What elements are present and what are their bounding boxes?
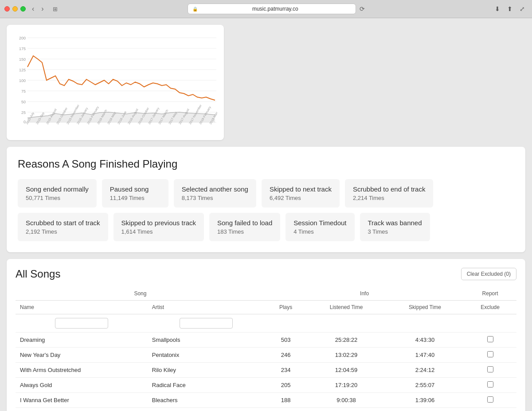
stat-value: 1,614 Times <box>121 228 196 235</box>
col-header-plays: Plays <box>265 301 306 314</box>
stat-label: Song ended normally <box>26 185 89 193</box>
fullscreen-button[interactable] <box>20 6 26 12</box>
song-exclude-cell <box>464 378 516 393</box>
song-listened: 13:02:29 <box>306 348 386 363</box>
browser-chrome: ‹ › ⊞ 🔒 music.patmurray.co ⟳ ⬇ ⬆ ⤢ <box>0 0 532 18</box>
close-button[interactable] <box>4 6 10 12</box>
stat-card-8: Session Timedout 4 Times <box>286 213 354 241</box>
stat-label: Skipped to next track <box>270 185 332 193</box>
traffic-lights <box>4 6 26 12</box>
name-search-input[interactable] <box>55 318 108 329</box>
share-icon[interactable]: ⬆ <box>505 4 515 13</box>
song-name: Always Gold <box>16 378 148 393</box>
song-artist: Rilo Kiley <box>148 363 265 378</box>
songs-section: All Songs Clear Excluded (0) Song Info R… <box>7 259 525 411</box>
song-artist: Pentatonix <box>148 348 265 363</box>
col-header-exclude: Exclude <box>464 301 516 314</box>
stat-value: 11,149 Times <box>110 195 160 201</box>
song-artist: Smallpools <box>148 333 265 348</box>
exclude-checkbox[interactable] <box>487 366 493 372</box>
address-bar-container: 🔒 music.patmurray.co ⟳ <box>64 4 489 14</box>
stat-label: Scrubbed to end of track <box>353 185 425 193</box>
download-icon[interactable]: ⬇ <box>492 4 503 13</box>
exclude-checkbox[interactable] <box>487 336 493 342</box>
stat-card-3: Skipped to next track 6,492 Times <box>262 179 340 207</box>
col-header-artist: Artist <box>148 301 265 314</box>
address-bar[interactable]: 🔒 music.patmurray.co <box>188 4 356 14</box>
table-row: New Year's Day Pentatonix 246 13:02:29 1… <box>16 348 516 363</box>
song-exclude-cell <box>464 348 516 363</box>
song-name: Fix You <box>16 408 148 411</box>
song-artist: Radical Face <box>148 378 265 393</box>
svg-text:100: 100 <box>19 78 26 83</box>
song-exclude-cell <box>464 363 516 378</box>
col-header-name: Name <box>16 301 148 314</box>
svg-text:125: 125 <box>19 68 26 72</box>
stat-value: 8,173 Times <box>182 195 248 201</box>
song-name: New Year's Day <box>16 348 148 363</box>
col-group-report: Report <box>464 287 516 301</box>
stat-label: Paused song <box>110 185 160 193</box>
table-row: I Wanna Get Better Bleachers 188 9:00:38… <box>16 393 516 408</box>
reasons-title: Reasons A Song Finished Playing <box>18 158 514 170</box>
back-button[interactable]: ‹ <box>29 4 37 14</box>
chart-section: 200 175 150 125 100 75 50 25 0 <box>7 25 224 140</box>
stat-value: 183 Times <box>217 228 272 235</box>
song-listened: 17:19:20 <box>306 378 386 393</box>
stat-card-7: Song failed to load 183 Times <box>209 213 280 241</box>
song-name: Dreaming <box>16 333 148 348</box>
song-skipped: 4:43:30 <box>386 333 464 348</box>
song-exclude-cell <box>464 408 516 411</box>
table-row: Always Gold Radical Face 205 17:19:20 2:… <box>16 378 516 393</box>
svg-text:50: 50 <box>21 100 26 104</box>
svg-text:175: 175 <box>19 47 26 51</box>
col-header-listened-time: Listened Time <box>306 301 386 314</box>
stat-label: Scrubbed to start of track <box>26 219 100 227</box>
table-row: Dreaming Smallpools 503 25:28:22 4:43:30 <box>16 333 516 348</box>
song-name: I Wanna Get Better <box>16 393 148 408</box>
table-row: With Arms Outstretched Rilo Kiley 234 12… <box>16 363 516 378</box>
songs-header: All Songs Clear Excluded (0) <box>16 268 516 280</box>
col-header-skipped-time: Skipped Time <box>386 301 464 314</box>
artist-search-input[interactable] <box>180 318 233 329</box>
stats-grid: Song ended normally 50,771 Times Paused … <box>18 179 514 241</box>
song-listened: 25:28:22 <box>306 333 386 348</box>
svg-text:25: 25 <box>21 110 26 115</box>
minimize-button[interactable] <box>12 6 18 12</box>
songs-title: All Songs <box>16 268 60 280</box>
song-plays: 176 <box>265 408 306 411</box>
clear-excluded-button[interactable]: Clear Excluded (0) <box>461 268 516 280</box>
exclude-checkbox[interactable] <box>487 351 493 357</box>
song-listened: 12:04:59 <box>306 363 386 378</box>
stat-value: 4 Times <box>293 228 346 235</box>
sidebar-toggle-button[interactable]: ⊞ <box>50 5 60 13</box>
song-skipped: 3:17:32 <box>386 408 464 411</box>
song-plays: 503 <box>265 333 306 348</box>
stat-label: Session Timedout <box>293 219 346 227</box>
expand-icon[interactable]: ⤢ <box>517 4 528 13</box>
stat-value: 50,771 Times <box>26 195 89 201</box>
song-artist: Coldplay <box>148 408 265 411</box>
song-listened: 9:00:38 <box>306 393 386 408</box>
song-exclude-cell <box>464 333 516 348</box>
song-skipped: 1:47:40 <box>386 348 464 363</box>
songs-table: Song Info Report NameArtistPlaysListened… <box>16 287 516 411</box>
toolbar-icons: ⬇ ⬆ ⤢ <box>492 4 528 13</box>
song-plays: 234 <box>265 363 306 378</box>
exclude-checkbox[interactable] <box>487 381 493 388</box>
page-content: 200 175 150 125 100 75 50 25 0 <box>0 18 532 411</box>
stat-card-1: Paused song 11,149 Times <box>102 179 168 207</box>
reload-button[interactable]: ⟳ <box>360 5 365 12</box>
stat-value: 6,492 Times <box>270 195 332 201</box>
exclude-checkbox[interactable] <box>487 396 493 403</box>
lock-icon: 🔒 <box>192 7 198 12</box>
stat-label: Track was banned <box>368 219 422 227</box>
forward-button[interactable]: › <box>39 4 46 14</box>
stat-card-6: Skipped to previous track 1,614 Times <box>113 213 204 241</box>
col-group-song: Song <box>16 287 265 301</box>
song-artist: Bleachers <box>148 393 265 408</box>
stat-card-0: Song ended normally 50,771 Times <box>18 179 97 207</box>
song-plays: 205 <box>265 378 306 393</box>
chart-container: 200 175 150 125 100 75 50 25 0 <box>13 31 217 133</box>
stat-card-9: Track was banned 3 Times <box>360 213 430 241</box>
